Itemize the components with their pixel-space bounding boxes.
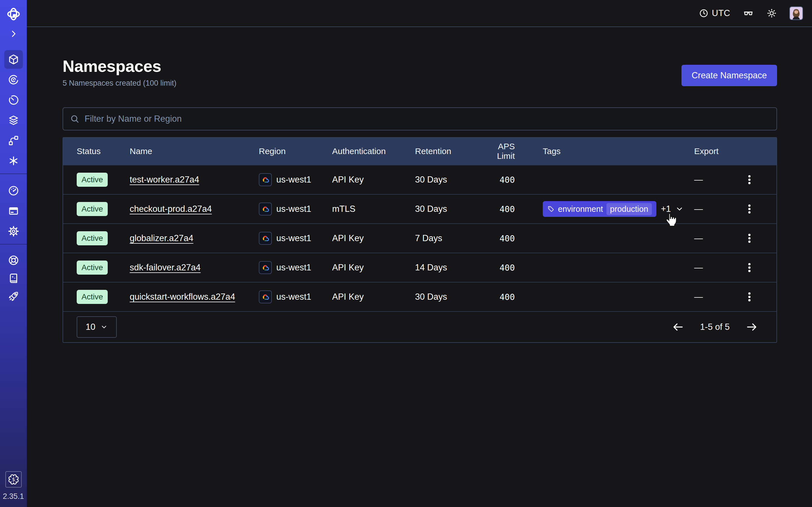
app-version: 2.35.1 [3, 492, 24, 501]
theme-toggle[interactable] [766, 8, 777, 18]
auth-value: mTLS [332, 204, 415, 214]
namespace-link[interactable]: globalizer.a27a4 [130, 233, 193, 243]
retention-value: 14 Days [415, 263, 480, 273]
price-badge-icon: $ [8, 474, 19, 485]
timezone-selector[interactable]: UTC [699, 8, 730, 18]
gcp-cloud-icon [259, 232, 272, 245]
aps-value: 400 [480, 233, 543, 243]
tag-more-count: +1 [661, 204, 671, 214]
row-menu-button[interactable] [744, 230, 755, 246]
namespace-link[interactable]: sdk-failover.a27a4 [130, 263, 201, 272]
chevron-down-icon[interactable] [675, 205, 684, 213]
tag-value: production [606, 203, 652, 215]
page-size-select[interactable]: 10 [77, 316, 117, 338]
temporal-logo-icon [6, 6, 21, 22]
export-value: — [694, 204, 703, 214]
timer-icon [8, 94, 19, 106]
asterisk-icon [8, 155, 19, 167]
billing-icon [8, 205, 19, 217]
sidebar-item-docs[interactable] [4, 270, 23, 287]
sidebar-item-get-started[interactable] [4, 288, 23, 305]
retention-value: 30 Days [415, 175, 480, 185]
sidebar-divider [0, 173, 27, 174]
namespace-link[interactable]: quickstart-workflows.a27a4 [130, 292, 235, 302]
timezone-label: UTC [712, 8, 730, 18]
namespace-link[interactable]: test-worker.a27a4 [130, 175, 199, 184]
book-sparkles-icon [8, 272, 19, 284]
temporal-logo[interactable] [6, 6, 21, 22]
sidebar-expand-button[interactable] [6, 26, 21, 42]
pricing-button[interactable]: $ [5, 471, 22, 488]
region-label: us-west1 [276, 263, 311, 273]
pagination-range: 1-5 of 5 [700, 322, 730, 332]
sidebar-item-billing[interactable] [4, 202, 23, 220]
sidebar-item-insights[interactable] [4, 70, 23, 89]
accessibility-toggle[interactable] [743, 8, 754, 19]
status-badge: Active [77, 290, 108, 304]
table-row: Active test-worker.a27a4 us-west1 API Ke… [63, 165, 776, 194]
sidebar-item-deployments[interactable] [4, 111, 23, 129]
user-avatar[interactable] [790, 6, 803, 20]
search-icon [70, 114, 80, 124]
export-value: — [694, 292, 703, 302]
col-authentication: Authentication [332, 147, 415, 156]
layers-icon [8, 114, 19, 126]
namespace-link[interactable]: checkout-prod.a27a4 [130, 204, 212, 214]
tag-pill[interactable]: environment production [543, 201, 656, 217]
arrow-left-icon [672, 321, 684, 333]
region-label: us-west1 [276, 233, 311, 243]
auth-value: API Key [332, 175, 415, 185]
row-menu-button[interactable] [744, 201, 755, 217]
prev-page-button[interactable] [672, 321, 684, 333]
topbar: UTC [27, 0, 812, 27]
sidebar-item-settings[interactable] [4, 222, 23, 240]
table-footer: 10 1-5 of 5 [63, 311, 776, 342]
sidebar-item-usage[interactable] [4, 181, 23, 200]
status-badge: Active [77, 261, 108, 275]
row-menu-button[interactable] [744, 289, 755, 305]
filter-input[interactable] [85, 114, 770, 124]
table-row: Active quickstart-workflows.a27a4 us-wes… [63, 282, 776, 311]
aps-value: 400 [480, 263, 543, 273]
row-menu-button[interactable] [744, 260, 755, 276]
sidebar-item-support[interactable] [4, 252, 23, 269]
col-aps-limit: APS Limit [480, 142, 543, 161]
create-namespace-button[interactable]: Create Namespace [681, 65, 777, 86]
filter-bar [63, 107, 777, 130]
status-badge: Active [77, 202, 108, 216]
sidebar-item-schedules[interactable] [4, 91, 23, 109]
col-export: Export [688, 147, 776, 156]
auth-value: API Key [332, 292, 415, 302]
chevron-right-icon [9, 29, 18, 38]
gcp-cloud-icon [259, 203, 272, 216]
sidebar-item-nexus[interactable] [4, 131, 23, 150]
tag-icon [547, 205, 555, 213]
sidebar-item-namespaces[interactable] [4, 50, 23, 69]
namespaces-table: Status Name Region Authentication Retent… [63, 137, 777, 343]
main-content: Namespaces 5 Namespaces created (100 lim… [27, 27, 812, 507]
chevron-down-icon [100, 323, 108, 331]
export-value: — [694, 233, 703, 243]
auth-value: API Key [332, 263, 415, 273]
table-row: Active sdk-failover.a27a4 us-west1 API K… [63, 252, 776, 282]
aps-value: 400 [480, 204, 543, 214]
glasses-icon [743, 8, 754, 19]
region-label: us-west1 [276, 175, 311, 185]
next-page-button[interactable] [746, 321, 758, 333]
clock-icon [699, 8, 709, 18]
sidebar-item-batch[interactable] [4, 152, 23, 170]
avatar-image [790, 7, 802, 19]
sidebar: $ 2.35.1 [0, 0, 27, 507]
arrow-right-icon [746, 321, 758, 333]
page-subtitle: 5 Namespaces created (100 limit) [63, 79, 176, 88]
status-badge: Active [77, 173, 108, 187]
table-header: Status Name Region Authentication Retent… [63, 138, 776, 165]
aps-value: 400 [480, 292, 543, 302]
col-tags: Tags [543, 147, 688, 156]
gcp-cloud-icon [259, 290, 272, 303]
export-value: — [694, 263, 703, 273]
sun-icon [766, 8, 777, 18]
row-menu-button[interactable] [744, 172, 755, 187]
col-region: Region [259, 147, 332, 156]
auth-value: API Key [332, 233, 415, 243]
